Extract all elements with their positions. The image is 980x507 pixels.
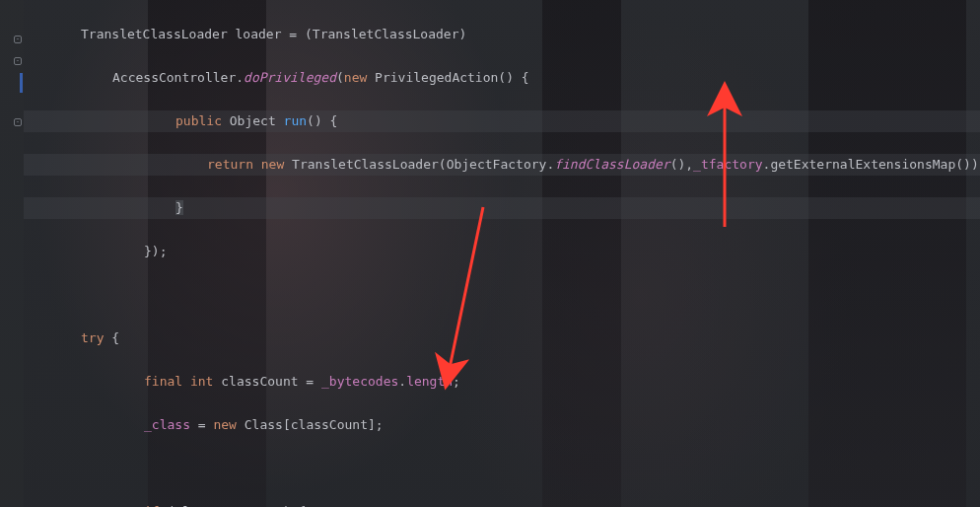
code-token: { <box>104 330 119 345</box>
code-line[interactable] <box>24 284 980 306</box>
code-token: new <box>344 70 367 85</box>
code-line[interactable] <box>24 458 980 479</box>
code-token: try <box>81 330 104 345</box>
code-line[interactable]: } <box>24 197 980 219</box>
code-line[interactable]: final int classCount = _bytecodes.length… <box>24 371 980 393</box>
vcs-change-marker[interactable] <box>20 73 23 93</box>
code-line[interactable]: public Object run() { <box>24 110 980 132</box>
code-token: }); <box>144 244 167 258</box>
code-token: ; <box>453 374 460 389</box>
code-editor[interactable]: TransletClassLoader loader = (TransletCl… <box>24 2 980 507</box>
code-token: (), <box>670 157 693 172</box>
code-token: .getExternalExtensionsMap()); <box>763 157 980 172</box>
code-token: ( <box>336 70 344 85</box>
fold-toggle-icon[interactable]: - <box>14 36 22 43</box>
code-token: } <box>175 200 183 215</box>
code-line[interactable]: if (classCount > 1) { <box>24 501 980 507</box>
fold-toggle-icon[interactable]: - <box>14 57 22 65</box>
code-token: _tfactory <box>693 157 762 172</box>
code-token: run <box>284 113 307 128</box>
code-token: Class[classCount]; <box>237 417 384 432</box>
code-token: TransletClassLoader loader = (TransletCl… <box>81 27 466 41</box>
code-token: new <box>213 417 236 432</box>
code-token: return new <box>207 157 284 172</box>
code-token: public <box>175 113 222 128</box>
code-token: = <box>190 417 213 432</box>
code-token: _bytecodes <box>321 374 398 389</box>
code-token: findClassLoader <box>554 157 669 172</box>
fold-toggle-icon[interactable]: - <box>14 118 22 126</box>
code-token: doPrivileged <box>244 70 336 85</box>
code-token: TransletClassLoader(ObjectFactory. <box>284 157 554 172</box>
code-token: Object <box>222 113 284 128</box>
code-token: PrivilegedAction() { <box>367 70 528 85</box>
code-line[interactable]: TransletClassLoader loader = (TransletCl… <box>24 24 980 45</box>
code-token: () { <box>307 113 337 128</box>
code-line[interactable]: return new TransletClassLoader(ObjectFac… <box>24 154 980 176</box>
code-token: _class <box>144 417 190 432</box>
code-line[interactable]: AccessController.doPrivileged(new Privil… <box>24 67 980 89</box>
code-token: AccessController. <box>112 70 244 85</box>
code-line[interactable]: }); <box>24 241 980 262</box>
code-token: length <box>406 374 453 389</box>
code-token: final int <box>144 374 213 389</box>
code-token: classCount = <box>213 374 321 389</box>
editor-gutter[interactable]: - - - <box>0 0 24 507</box>
code-line[interactable]: _class = new Class[classCount]; <box>24 414 980 436</box>
code-token: . <box>398 374 406 389</box>
code-line[interactable]: try { <box>24 327 980 349</box>
